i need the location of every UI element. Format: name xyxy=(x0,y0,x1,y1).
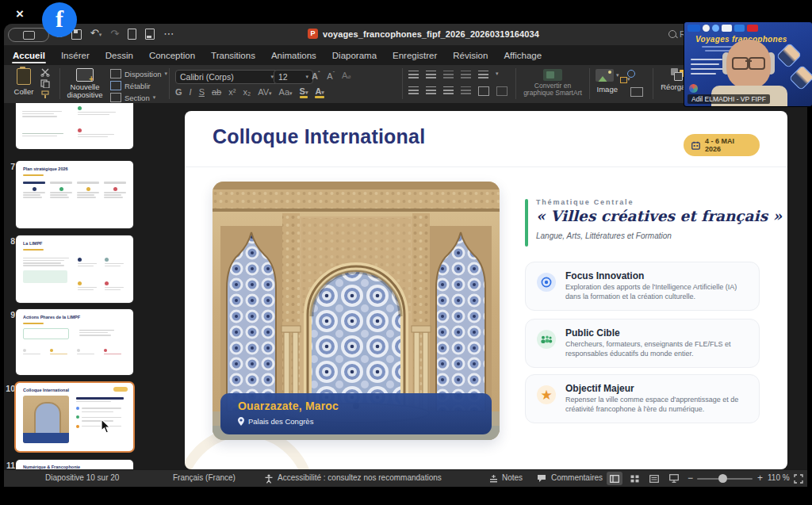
zoom-slider-knob[interactable] xyxy=(718,474,727,483)
theme-quote: « Villes créatives et français » xyxy=(536,208,782,224)
tab-dessin[interactable]: Dessin xyxy=(105,49,134,62)
thumbnail-preview xyxy=(23,182,126,198)
logo-chip xyxy=(712,25,719,32)
font-name-combo[interactable]: Calibri (Corps)▾ xyxy=(175,70,278,84)
tab-inserer[interactable]: Insérer xyxy=(60,49,90,62)
photo-card: Ouarzazate, Maroc Palais des Congrès xyxy=(213,182,500,440)
shrink-font-button[interactable]: Aˇ xyxy=(327,71,335,81)
clear-format-button[interactable]: A⌀ xyxy=(342,71,351,80)
thumbnail-slide-7[interactable]: Plan stratégique 2026 xyxy=(16,161,133,228)
slideshow-view-button[interactable] xyxy=(666,472,682,485)
close-icon[interactable]: × xyxy=(16,6,24,22)
new-document-icon[interactable] xyxy=(128,29,136,40)
notes-icon xyxy=(489,475,498,483)
ribbon-divider xyxy=(169,68,170,99)
font-color-button[interactable]: A▾ xyxy=(315,86,324,98)
thumbnail-slide-8[interactable]: La LIMPF xyxy=(16,235,133,303)
normal-view-button[interactable] xyxy=(607,472,622,485)
paste-button[interactable]: Coller xyxy=(12,68,36,96)
text-direction-icon[interactable] xyxy=(496,86,508,96)
bold-button[interactable]: G xyxy=(175,87,182,97)
font-size-combo[interactable]: 12▾ xyxy=(274,70,313,84)
tab-conception[interactable]: Conception xyxy=(148,49,196,62)
comments-button[interactable]: Commentaires xyxy=(551,473,603,482)
char-spacing-button[interactable]: AV▾ xyxy=(258,87,271,97)
tab-accueil[interactable]: Accueil xyxy=(12,49,46,62)
reset-button[interactable]: Rétablir xyxy=(110,81,167,90)
accessibility-status[interactable]: Accessibilité : consultez nos recommanda… xyxy=(278,473,442,482)
indent-increase-icon[interactable] xyxy=(461,71,471,78)
align-left-icon[interactable] xyxy=(408,86,419,94)
change-case-button[interactable]: Aa▾ xyxy=(279,87,293,97)
zoom-video-tile[interactable]: Voyages francophones Adil ELMADHI - VP F… xyxy=(684,22,812,106)
justify-icon[interactable] xyxy=(461,86,471,94)
facebook-logo[interactable]: f xyxy=(42,2,77,37)
format-painter-icon[interactable] xyxy=(40,90,50,99)
redo-icon[interactable]: ↷ xyxy=(110,27,119,41)
thumbnail-slide-10[interactable]: Colloque International xyxy=(16,383,133,451)
columns-icon[interactable] xyxy=(478,86,489,96)
image-button[interactable]: ▾ Image xyxy=(596,69,619,94)
participant-name-tag: Adil ELMADHI - VP FIPF xyxy=(688,94,770,104)
main-slide[interactable]: Colloque International 4 - 6 MAI2026 xyxy=(185,111,787,469)
clipboard-tools xyxy=(40,68,50,99)
indent-decrease-icon[interactable] xyxy=(443,71,454,78)
subscript-button[interactable]: x₂ xyxy=(243,87,251,97)
banner-text-line xyxy=(691,63,719,65)
grow-font-button[interactable]: Aˆ xyxy=(312,71,320,81)
undo-icon[interactable]: ↶▾ xyxy=(90,26,102,42)
layout-button[interactable]: Disposition▾ xyxy=(110,69,167,78)
notes-button[interactable]: Notes xyxy=(502,473,523,482)
zoom-out-button[interactable]: − xyxy=(688,472,693,484)
italic-button[interactable]: I xyxy=(190,87,192,97)
save-as-icon[interactable] xyxy=(145,29,155,40)
slide-counter: Diapositive 10 sur 20 xyxy=(45,473,119,482)
tab-revision[interactable]: Révision xyxy=(452,49,488,62)
underline-button[interactable]: S xyxy=(199,87,205,97)
more-commands-icon[interactable]: ⋯ xyxy=(163,27,174,41)
thumbnail-slide-6[interactable] xyxy=(16,103,133,149)
thumbnail-preview xyxy=(23,349,121,354)
section-button[interactable]: Section▾ xyxy=(110,93,167,102)
logo-chip xyxy=(747,25,758,32)
align-right-icon[interactable] xyxy=(443,86,454,94)
smartart-button[interactable]: Convertir en graphique SmartArt xyxy=(521,69,584,98)
thumbnail-preview xyxy=(23,323,44,324)
text-box-button[interactable] xyxy=(630,87,643,97)
tab-animations[interactable]: Animations xyxy=(270,49,317,62)
fit-to-window-icon[interactable] xyxy=(794,474,803,484)
slide-sorter-view-button[interactable] xyxy=(626,472,642,485)
thumbnail-preview xyxy=(23,174,44,176)
strikethrough-button[interactable]: ab xyxy=(212,87,221,97)
shapes-button[interactable]: ▾ xyxy=(627,70,630,84)
ribbon-tabs: Accueil Insérer Dessin Conception Transi… xyxy=(12,47,542,64)
thumbnail-slide-11[interactable]: Numérique & Francophonie xyxy=(16,460,133,469)
zoom-level[interactable]: 110 % xyxy=(768,473,790,482)
tab-enregistrer[interactable]: Enregistrer xyxy=(392,49,438,62)
clipboard-icon xyxy=(17,68,31,85)
banner-text-line xyxy=(691,73,716,75)
align-center-icon[interactable] xyxy=(426,86,436,94)
bullet-list-icon[interactable] xyxy=(408,71,419,78)
present-button[interactable] xyxy=(8,28,49,42)
layout-icon xyxy=(110,69,121,78)
superscript-button[interactable]: x² xyxy=(228,87,236,97)
thumbnail-slide-9[interactable]: Actions Phares de la LIMPF xyxy=(16,309,133,375)
line-spacing-icon[interactable] xyxy=(478,71,488,78)
numbered-list-icon[interactable] xyxy=(426,71,436,78)
tab-affichage[interactable]: Affichage xyxy=(503,49,542,62)
slide-thumbnail-panel: 7 Plan stratégique 2026 8 La LIMPF xyxy=(4,103,145,469)
highlight-color-button[interactable]: S▾ xyxy=(300,86,308,98)
new-slide-button[interactable]: Nouvelle diapositive xyxy=(64,68,105,100)
language-button[interactable]: Français (France) xyxy=(173,473,236,482)
slide-tools: Disposition▾ Rétablir Section▾ xyxy=(110,69,167,102)
tab-transitions[interactable]: Transitions xyxy=(210,49,256,62)
tab-diaporama[interactable]: Diaporama xyxy=(331,49,377,62)
reading-view-button[interactable] xyxy=(646,472,662,485)
cut-icon[interactable] xyxy=(40,68,50,77)
copy-icon[interactable] xyxy=(40,79,50,88)
focus-icon xyxy=(537,273,556,292)
card-public-cible: Public Cible Chercheurs, formateurs, ens… xyxy=(525,319,760,368)
zoom-in-button[interactable]: + xyxy=(757,472,763,484)
thumbnail-preview xyxy=(23,396,69,443)
